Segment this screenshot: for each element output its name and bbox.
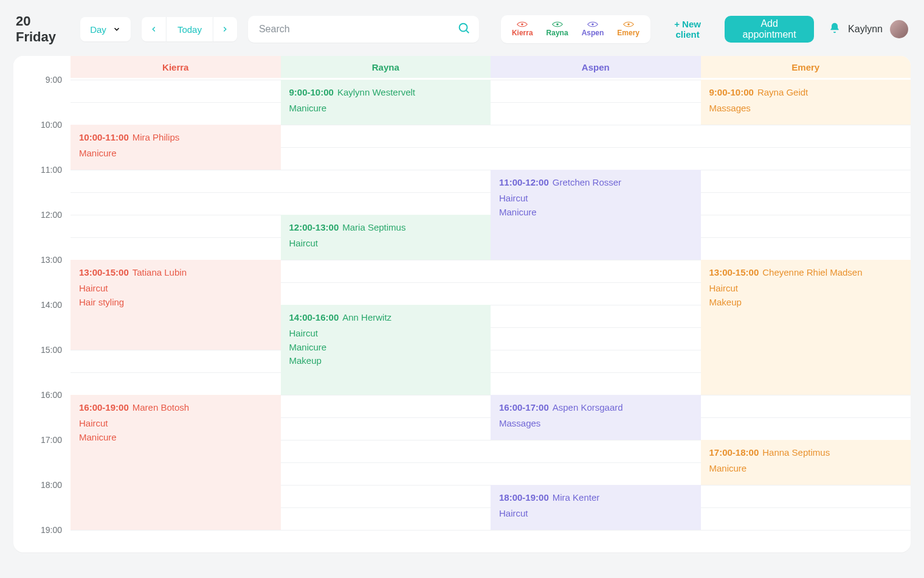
- column-header-rayna: Rayna: [281, 56, 491, 78]
- appointment-service: Haircut: [79, 417, 272, 430]
- bell-icon[interactable]: [829, 22, 841, 37]
- time-label: 10:00: [41, 120, 62, 130]
- appointment-service: Haircut: [289, 237, 483, 250]
- staff-toggle-label: Rayna: [546, 29, 568, 37]
- staff-filter: KierraRaynaAspenEmery: [501, 15, 650, 43]
- appointment-time: 9:00-10:00: [289, 87, 334, 97]
- time-label: 11:00: [41, 165, 62, 175]
- appointment-time: 16:00-19:00: [79, 402, 129, 413]
- appointment-client: Rayna Geidt: [757, 87, 808, 97]
- appointment[interactable]: 9:00-10:00Kaylynn WesterveltManicure: [281, 80, 491, 125]
- appointment-time: 10:00-11:00: [79, 132, 129, 142]
- avatar[interactable]: [890, 20, 908, 38]
- appointment-service: Haircut: [79, 282, 272, 295]
- column-kierra[interactable]: 10:00-11:00Mira PhilipsManicure13:00-15:…: [71, 78, 281, 552]
- appointment[interactable]: 17:00-18:00Hanna SeptimusManicure: [701, 440, 911, 485]
- appointment-service: Makeup: [709, 296, 903, 309]
- appointment[interactable]: 9:00-10:00Rayna GeidtMassages: [701, 80, 911, 125]
- appointment-service: Haircut: [499, 507, 692, 520]
- date-nav: Today: [142, 17, 237, 41]
- svg-point-0: [460, 24, 467, 32]
- add-appointment-button[interactable]: Add appointment: [725, 16, 814, 43]
- time-label: 12:00: [41, 210, 62, 220]
- appointment-time: 18:00-19:00: [499, 492, 549, 503]
- staff-toggle-label: Kierra: [512, 29, 533, 37]
- column-aspen[interactable]: 11:00-12:00Gretchen RosserHaircutManicur…: [491, 78, 701, 552]
- next-day-button[interactable]: [213, 17, 237, 41]
- time-label: 14:00: [41, 300, 62, 310]
- column-emery[interactable]: 9:00-10:00Rayna GeidtMassages13:00-15:00…: [701, 78, 911, 552]
- time-label: 18:00: [41, 480, 62, 490]
- appointment-service: Manicure: [709, 462, 903, 475]
- staff-toggle-aspen[interactable]: Aspen: [582, 21, 604, 37]
- appointment[interactable]: 11:00-12:00Gretchen RosserHaircutManicur…: [491, 170, 701, 260]
- appointment-client: Aspen Korsgaard: [553, 402, 623, 413]
- time-label: 16:00: [41, 390, 62, 400]
- appointment-time: 9:00-10:00: [709, 87, 754, 97]
- appointment[interactable]: 16:00-17:00Aspen KorsgaardMassages: [491, 395, 701, 440]
- appointment-time: 12:00-13:00: [289, 222, 339, 232]
- chevron-down-icon: [112, 25, 121, 33]
- svg-point-5: [627, 23, 630, 26]
- appointment[interactable]: 13:00-15:00Tatiana LubinHaircutHair styl…: [71, 260, 281, 350]
- appointment-client: Mira Kenter: [553, 492, 600, 503]
- column-header-aspen: Aspen: [491, 56, 701, 78]
- appointment-time: 16:00-17:00: [499, 402, 549, 413]
- search-icon: [457, 21, 471, 37]
- column-rayna[interactable]: 9:00-10:00Kaylynn WesterveltManicure12:0…: [281, 78, 491, 552]
- appointment-client: Ann Herwitz: [342, 312, 391, 322]
- svg-point-3: [556, 23, 559, 26]
- appointment[interactable]: 14:00-16:00Ann HerwitzHaircutManicureMak…: [281, 305, 491, 395]
- date-title: 20 Friday: [16, 13, 66, 45]
- appointment-client: Maren Botosh: [133, 402, 189, 413]
- appointment-service: Manicure: [289, 102, 483, 115]
- calendar-grid: KierraRaynaAspenEmery9:0010:0011:0012:00…: [13, 56, 911, 552]
- appointment[interactable]: 10:00-11:00Mira PhilipsManicure: [71, 125, 281, 170]
- svg-point-4: [591, 23, 594, 26]
- appointment-service: Makeup: [289, 354, 483, 367]
- appointment-client: Tatiana Lubin: [133, 267, 187, 277]
- appointment-service: Manicure: [499, 206, 692, 219]
- appointment-service: Manicure: [79, 147, 272, 160]
- calendar-panel: KierraRaynaAspenEmery9:0010:0011:0012:00…: [13, 56, 911, 552]
- prev-day-button[interactable]: [142, 17, 166, 41]
- appointment-client: Mira Philips: [133, 132, 180, 142]
- search: [248, 16, 479, 43]
- time-label: 13:00: [41, 255, 62, 265]
- appointment[interactable]: 13:00-15:00Cheyenne Rhiel MadsenHaircutM…: [701, 260, 911, 395]
- column-header-emery: Emery: [701, 56, 911, 78]
- staff-toggle-rayna[interactable]: Rayna: [546, 21, 568, 37]
- staff-toggle-label: Emery: [617, 29, 640, 37]
- chevron-left-icon: [150, 25, 158, 33]
- appointment[interactable]: 12:00-13:00Maria SeptimusHaircut: [281, 215, 491, 260]
- user-menu[interactable]: Kaylynn: [829, 20, 908, 38]
- appointment-service: Haircut: [289, 327, 483, 340]
- time-label: 15:00: [41, 345, 62, 355]
- view-select-label: Day: [90, 24, 106, 35]
- view-select[interactable]: Day: [80, 17, 131, 41]
- time-label: 9:00: [46, 75, 62, 85]
- appointment-time: 17:00-18:00: [709, 447, 759, 458]
- appointment-service: Massages: [709, 102, 903, 115]
- chevron-right-icon: [221, 25, 229, 33]
- new-client-button[interactable]: + New client: [661, 18, 714, 40]
- appointment-client: Maria Septimus: [342, 222, 405, 232]
- appointment-service: Manicure: [289, 341, 483, 354]
- appointment[interactable]: 18:00-19:00Mira KenterHaircut: [491, 485, 701, 530]
- appointment-service: Manicure: [79, 431, 272, 444]
- appointment-service: Haircut: [499, 192, 692, 205]
- appointment-client: Gretchen Rosser: [553, 177, 621, 187]
- appointment-service: Hair styling: [79, 296, 272, 309]
- staff-toggle-emery[interactable]: Emery: [617, 21, 640, 37]
- time-label: 17:00: [41, 435, 62, 445]
- staff-toggle-kierra[interactable]: Kierra: [512, 21, 533, 37]
- today-button[interactable]: Today: [166, 17, 213, 41]
- svg-point-2: [521, 23, 523, 26]
- appointment-time: 13:00-15:00: [709, 267, 759, 277]
- appointment-client: Cheyenne Rhiel Madsen: [762, 267, 862, 277]
- appointment-service: Haircut: [709, 282, 903, 295]
- column-header-kierra: Kierra: [71, 56, 281, 78]
- search-input[interactable]: [248, 16, 479, 43]
- appointment[interactable]: 16:00-19:00Maren BotoshHaircutManicure: [71, 395, 281, 530]
- appointment-time: 14:00-16:00: [289, 312, 339, 322]
